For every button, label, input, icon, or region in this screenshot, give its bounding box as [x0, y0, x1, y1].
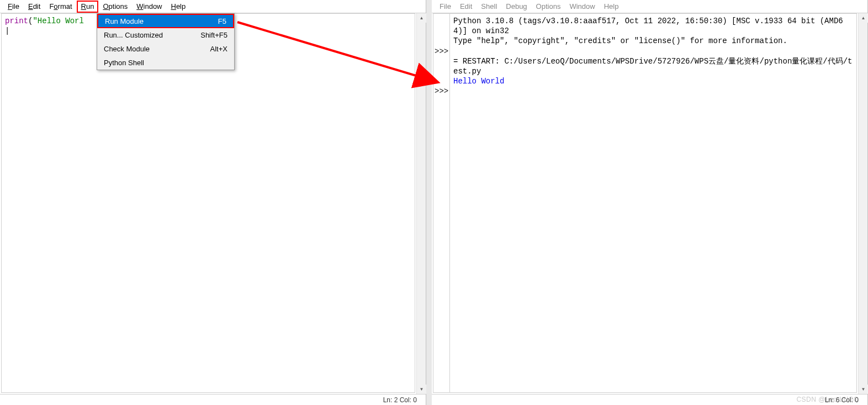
code-token-string: "Hello Worl	[33, 17, 83, 25]
run-dropdown-menu: Run Module F5 Run... Customized Shift+F5…	[97, 13, 235, 70]
menu-help[interactable]: Help	[600, 1, 623, 12]
shell-scrollbar[interactable]: ▲ ▼	[858, 13, 867, 394]
shell-prompt: >>>	[435, 87, 448, 96]
menu-debug[interactable]: Debug	[501, 1, 531, 12]
menu-format[interactable]: Format	[45, 1, 76, 12]
menu-item-check-module[interactable]: Check Module Alt+X	[97, 42, 234, 56]
menu-run[interactable]: Run	[77, 1, 99, 13]
menu-options[interactable]: Options	[532, 1, 565, 12]
shell-banner-line1: Python 3.10.8 (tags/v3.10.8:aaaf517, Oct…	[453, 17, 843, 35]
shell-prompt-gutter: >>>>>>	[433, 13, 449, 393]
idle-editor-window: File Edit Format Run Options Window Help…	[0, 0, 426, 405]
editor-scrollbar[interactable]: ▲ ▼	[416, 13, 426, 394]
code-token-print: print	[5, 17, 28, 25]
menu-file[interactable]: File	[3, 1, 24, 12]
idle-shell-window: File Edit Shell Debug Options Window Hel…	[432, 0, 868, 405]
menu-item-run-module[interactable]: Run Module F5	[97, 14, 234, 28]
menu-window[interactable]: Window	[565, 1, 599, 12]
menu-item-shortcut: F5	[218, 17, 226, 25]
code-editor[interactable]: print("Hello Worl |	[1, 13, 415, 393]
shell-output-area[interactable]: Python 3.10.8 (tags/v3.10.8:aaaf517, Oct…	[449, 13, 857, 393]
shell-banner-line2: Type "help", "copyright", "credits" or "…	[453, 36, 787, 45]
menu-item-python-shell[interactable]: Python Shell	[97, 56, 234, 70]
shell-content: >>>>>> Python 3.10.8 (tags/v3.10.8:aaaf5…	[432, 13, 867, 394]
menu-file[interactable]: File	[435, 1, 456, 12]
menu-item-run-customized[interactable]: Run... Customized Shift+F5	[97, 28, 234, 42]
menu-item-label: Python Shell	[104, 59, 216, 67]
menu-item-label: Run... Customized	[104, 31, 189, 39]
window-gap	[426, 0, 432, 405]
shell-prompt: >>>	[435, 47, 448, 56]
menu-window[interactable]: Window	[132, 1, 166, 12]
menu-options[interactable]: Options	[98, 1, 132, 12]
watermark-text: CSDN @Leo LUCC	[796, 396, 859, 403]
menu-item-label: Run Module	[105, 17, 207, 25]
scroll-down-icon[interactable]: ▼	[859, 385, 868, 394]
menu-edit[interactable]: Edit	[456, 1, 477, 12]
editor-content: print("Hello Worl | ▲ ▼	[0, 13, 426, 394]
menu-edit[interactable]: Edit	[24, 1, 45, 12]
scroll-down-icon[interactable]: ▼	[417, 385, 426, 394]
shell-menubar: File Edit Shell Debug Options Window Hel…	[432, 0, 867, 13]
scroll-up-icon[interactable]: ▲	[417, 13, 426, 23]
editor-statusbar: Ln: 2 Col: 0	[0, 394, 426, 405]
menu-item-shortcut: Alt+X	[210, 45, 227, 53]
menu-help[interactable]: Help	[167, 1, 190, 12]
shell-program-output: Hello World	[453, 77, 504, 86]
editor-status-text: Ln: 2 Col: 0	[383, 396, 417, 404]
editor-menubar: File Edit Format Run Options Window Help	[0, 0, 426, 13]
menu-shell[interactable]: Shell	[477, 1, 501, 12]
menu-item-shortcut: Shift+F5	[200, 31, 227, 39]
menu-item-label: Check Module	[104, 45, 199, 53]
shell-restart-line: = RESTART: C:/Users/LeoQ/Documents/WPSDr…	[453, 57, 853, 76]
scroll-up-icon[interactable]: ▲	[859, 13, 868, 23]
